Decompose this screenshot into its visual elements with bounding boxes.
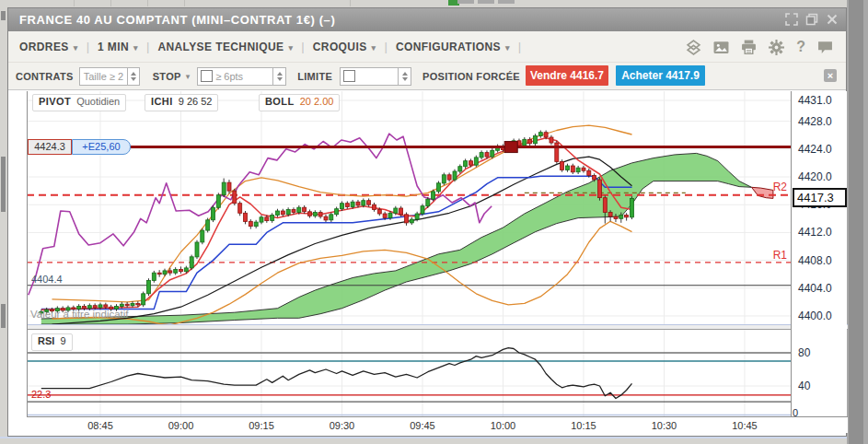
chevron-down-icon: ▾ [74, 43, 78, 53]
stop-stepper[interactable] [272, 68, 285, 85]
contract-size-value: Taille ≥ 2 [80, 71, 127, 82]
chevron-down-icon[interactable]: ▾ [186, 72, 191, 81]
price-tick-label: 4420.0 [798, 170, 832, 183]
chevron-down-icon: ▾ [288, 43, 293, 53]
rsi-chart-canvas[interactable] [27, 330, 791, 416]
window-titlebar[interactable]: FRANCE 40 AU COMPTANT (MINI–CONTRAT 1€) … [8, 8, 846, 31]
time-tick-label: 09:30 [326, 420, 357, 431]
contracts-label: CONTRATS [16, 71, 74, 82]
chevron-down-icon: ▾ [372, 43, 376, 53]
time-tick-label: 10:00 [487, 420, 518, 431]
sell-button[interactable]: Vendre 4416.7 [526, 65, 608, 86]
layers-icon[interactable] [686, 40, 701, 55]
forced-position-label: POSITION FORCÉE [422, 71, 520, 82]
price-tick-label: 4412.0 [798, 226, 832, 239]
price-tick-label: 4408.0 [798, 254, 832, 267]
r1-level-label: R1 [756, 249, 787, 262]
menu-croquis[interactable]: CROQUIS▾ [313, 41, 376, 53]
time-tick-label: 09:15 [246, 420, 277, 431]
rsi-tick-label: 40 [798, 380, 810, 392]
limit-checkbox[interactable] [343, 70, 355, 82]
time-tick-label: 10:30 [648, 420, 679, 431]
background-left-mark [1, 304, 6, 328]
limit-label: LIMITE [297, 71, 332, 82]
stop-label: STOP [153, 71, 181, 82]
stop-checkbox[interactable] [201, 70, 213, 82]
contract-size-stepper[interactable] [127, 68, 139, 85]
time-tick-label: 09:45 [407, 420, 438, 431]
r2-level-label: R2 [756, 181, 787, 193]
position-pnl-badge: +E25,60 [72, 139, 131, 155]
time-tick-label: 08:45 [85, 420, 116, 431]
ticket-close-icon[interactable]: × [824, 69, 837, 82]
time-tick-label: 09:00 [165, 420, 196, 431]
stop-field[interactable]: ≥ 6pts [197, 67, 286, 86]
legend-ichimoku[interactable]: ICHI 9 26 52 [145, 94, 218, 111]
rsi-tick-label: 80 [798, 346, 810, 359]
pane-splitter[interactable]: ≡ [27, 324, 848, 330]
background-page-bottom [0, 437, 847, 438]
menu-timeframe[interactable]: 1 MIN▾ [98, 41, 138, 53]
background-left-mark [1, 11, 6, 20]
current-price-box: 4417.3 [793, 188, 847, 207]
limit-field[interactable] [340, 67, 411, 86]
pivot-level-label: 4404.4 [31, 274, 63, 285]
indicative-value-note: Valeur à titre indicatif [30, 309, 129, 320]
chevron-down-icon: ▾ [505, 43, 510, 53]
price-chart-canvas[interactable] [27, 91, 791, 324]
image-icon[interactable] [713, 41, 729, 54]
restore-icon[interactable] [805, 13, 818, 26]
background-page-top [0, 0, 847, 7]
background-scroll-strip [847, 0, 868, 444]
order-ticket-bar: CONTRATS Taille ≥ 2 STOP ▾ ≥ 6pts LIMITE… [8, 63, 846, 89]
price-tick-label: 4424.0 [798, 143, 832, 156]
chart-window: FRANCE 40 AU COMPTANT (MINI–CONTRAT 1€) … [7, 7, 847, 437]
legend-bollinger[interactable]: BOLL 20 2.00 [259, 94, 340, 111]
legend-pivot[interactable]: PIVOT Quotidien [32, 94, 126, 111]
chat-icon[interactable] [817, 41, 833, 54]
chevron-down-icon: ▾ [133, 43, 138, 53]
stop-value: ≥ 6pts [215, 71, 272, 82]
close-icon[interactable] [826, 13, 839, 26]
time-tick-label: 10:45 [729, 420, 760, 431]
menu-ordres[interactable]: ORDRES▾ [19, 41, 78, 53]
price-tick-label: 4400.0 [798, 310, 832, 322]
help-icon[interactable]: ? [796, 39, 805, 55]
limit-stepper[interactable] [398, 68, 411, 85]
time-tick-label: 10:15 [568, 420, 599, 431]
window-title: FRANCE 40 AU COMPTANT (MINI–CONTRAT 1€) … [19, 13, 335, 27]
rsi-zero-tick: 0 [793, 407, 798, 418]
legend-rsi[interactable]: RSI 9 [31, 333, 73, 351]
printer-icon[interactable] [741, 40, 757, 54]
rsi-level-label: 22.3 [31, 389, 51, 400]
expand-icon[interactable] [785, 13, 798, 26]
menu-analyse-technique[interactable]: ANALYSE TECHNIQUE▾ [157, 41, 293, 53]
position-price-label[interactable]: 4424.3 [28, 139, 72, 155]
chart-region: PIVOT Quotidien ICHI 9 26 52 BOLL 20 2.0… [8, 89, 846, 436]
price-tick-label: 4404.0 [798, 282, 832, 295]
menu-configurations[interactable]: CONFIGURATIONS▾ [396, 41, 510, 53]
contract-size-field[interactable]: Taille ≥ 2 [79, 67, 140, 86]
price-tick-label: 4428.0 [798, 115, 832, 128]
price-axis[interactable]: 4417.3 4431.04428.04424.04420.04416.0441… [791, 91, 847, 416]
gear-icon[interactable] [769, 40, 784, 55]
time-axis[interactable]: 08:4509:0009:1509:3009:4510:0010:1510:30… [27, 416, 848, 433]
background-left-mark [1, 157, 6, 212]
buy-button[interactable]: Acheter 4417.9 [616, 65, 705, 86]
price-tick-label: 4431.0 [798, 94, 832, 107]
